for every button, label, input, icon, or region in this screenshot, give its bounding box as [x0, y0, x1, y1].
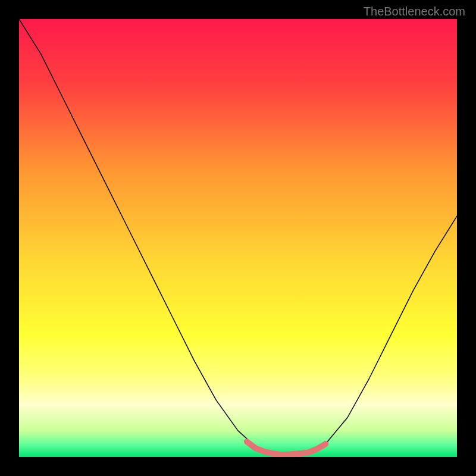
chart-plot-area	[19, 19, 457, 457]
watermark-text: TheBottleneck.com	[364, 5, 465, 18]
gradient-background	[19, 19, 457, 457]
chart-svg	[19, 19, 457, 457]
